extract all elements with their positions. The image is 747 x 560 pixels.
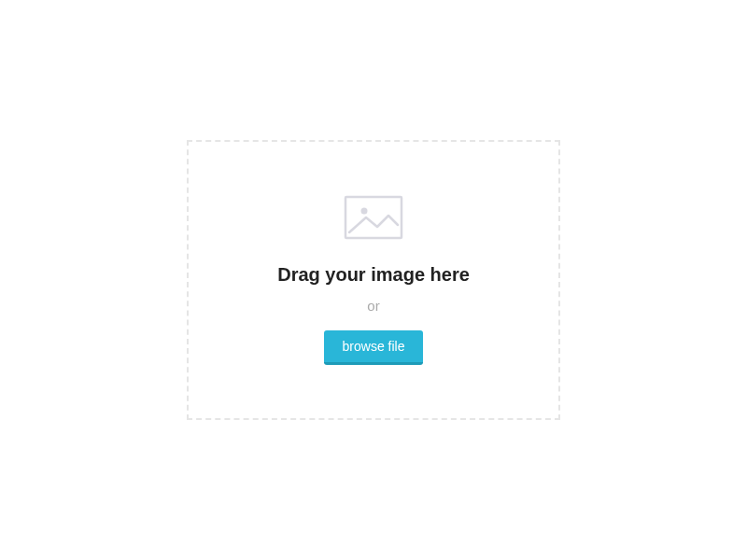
svg-rect-0 [345,197,402,238]
image-placeholder-icon [344,195,403,240]
browse-file-button[interactable]: browse file [324,330,424,365]
dropzone-or-label: or [367,298,379,314]
svg-point-1 [361,208,368,215]
dropzone-heading: Drag your image here [277,262,470,287]
image-dropzone[interactable]: Drag your image here or browse file [187,140,560,420]
